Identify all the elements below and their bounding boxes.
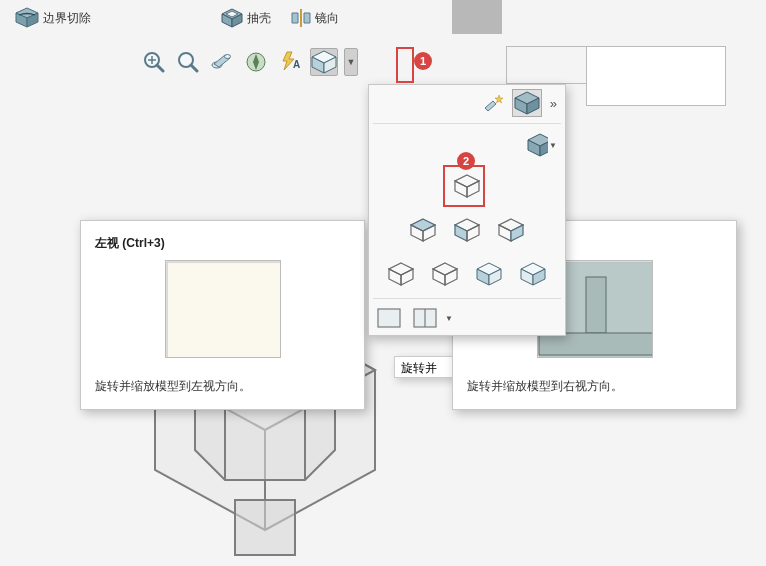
boundary-cut-icon: [15, 7, 39, 29]
boundary-cut-label: 边界切除: [43, 10, 91, 27]
svg-rect-51: [539, 333, 653, 355]
cube-right-icon: [498, 218, 524, 242]
prev-view-button[interactable]: [208, 48, 236, 76]
tooltip-clipped-text: 旋转并: [401, 361, 437, 375]
shell-label: 抽壳: [247, 10, 271, 27]
chevron-down-icon: ▼: [347, 57, 356, 67]
new-view-button[interactable]: [478, 89, 508, 117]
cube-bottom-icon: [432, 262, 458, 286]
dynamic-annotation-button[interactable]: [276, 48, 304, 76]
cube-back-icon: [388, 262, 414, 286]
cube-left-icon: [454, 218, 480, 242]
cube-top-icon: [410, 218, 436, 242]
zoom-area-button[interactable]: [174, 48, 202, 76]
dual-viewport-button[interactable]: [409, 305, 441, 331]
new-view-icon: [482, 93, 504, 113]
nav-icon: [245, 51, 267, 73]
callout-2-number: 2: [463, 155, 469, 167]
view-cube-icon: [514, 91, 540, 115]
single-viewport-icon: [377, 308, 401, 328]
shell-icon: [221, 8, 243, 28]
shell-button[interactable]: 抽壳: [221, 8, 271, 28]
scope-icon: [211, 51, 233, 73]
iso2-view-button[interactable]: [513, 256, 553, 292]
left-view-button[interactable]: [447, 212, 487, 248]
mirror-label: 镜向: [315, 10, 339, 27]
view-orientation-button[interactable]: [310, 48, 338, 76]
view-toolbar: ▼: [140, 48, 358, 76]
display-style-button[interactable]: ▼: [525, 130, 559, 160]
tooltip-left-view: 左视 (Ctrl+3) 旋转并缩放模型到左视方向。: [80, 220, 365, 410]
mirror-button[interactable]: 镜向: [291, 8, 339, 28]
tooltip-left-title: 左视 (Ctrl+3): [95, 235, 350, 252]
bolt-a-icon: [279, 51, 301, 73]
back-view-button[interactable]: [381, 256, 421, 292]
tooltip-right-desc: 旋转并缩放模型到右视方向。: [467, 378, 722, 395]
view-orientation-dropdown-button[interactable]: ▼: [344, 48, 358, 76]
callout-1-number: 1: [420, 55, 426, 67]
dual-viewport-icon: [413, 308, 437, 328]
svg-marker-59: [235, 500, 295, 555]
separator: [373, 298, 561, 299]
display-style-icon: [527, 133, 548, 157]
section-view-button[interactable]: [242, 48, 270, 76]
right-view-button[interactable]: [491, 212, 531, 248]
bottom-view-button[interactable]: [425, 256, 465, 292]
grey-panel: [452, 0, 502, 34]
single-viewport-button[interactable]: [373, 305, 405, 331]
callout-badge-2: 2: [457, 152, 475, 170]
svg-rect-50: [586, 277, 606, 333]
tooltip-left-desc: 旋转并缩放模型到左视方向。: [95, 378, 350, 395]
callout-rect-1: [396, 47, 414, 83]
tooltip-left-thumbnail: [165, 260, 281, 358]
zoom-fit-icon: [143, 51, 165, 73]
right-white-panel: [586, 46, 726, 106]
top-view-button[interactable]: [403, 212, 443, 248]
cube-iso2-icon: [520, 262, 546, 286]
iso1-view-button[interactable]: [469, 256, 509, 292]
zoom-area-icon: [177, 51, 199, 73]
more-icon[interactable]: »: [550, 96, 557, 111]
svg-rect-48: [167, 262, 281, 358]
boundary-cut-button[interactable]: 边界切除: [15, 7, 91, 29]
ribbon-bar: 边界切除 抽壳 镜向: [0, 0, 766, 36]
chevron-down-icon: ▼: [549, 141, 557, 150]
zoom-fit-button[interactable]: [140, 48, 168, 76]
mirror-icon: [291, 8, 311, 28]
callout-badge-1: 1: [414, 52, 432, 70]
view-cube-button[interactable]: [512, 89, 542, 117]
view-orientation-panel: » ▼ ▼: [368, 84, 566, 336]
tooltip-clipped: 旋转并: [394, 356, 454, 378]
cube-iso1-icon: [476, 262, 502, 286]
cube-orientation-icon: [311, 50, 337, 74]
chevron-down-icon: ▼: [445, 314, 453, 323]
callout-rect-2: [443, 165, 485, 207]
right-small-panel: [506, 46, 586, 84]
separator: [373, 123, 561, 124]
